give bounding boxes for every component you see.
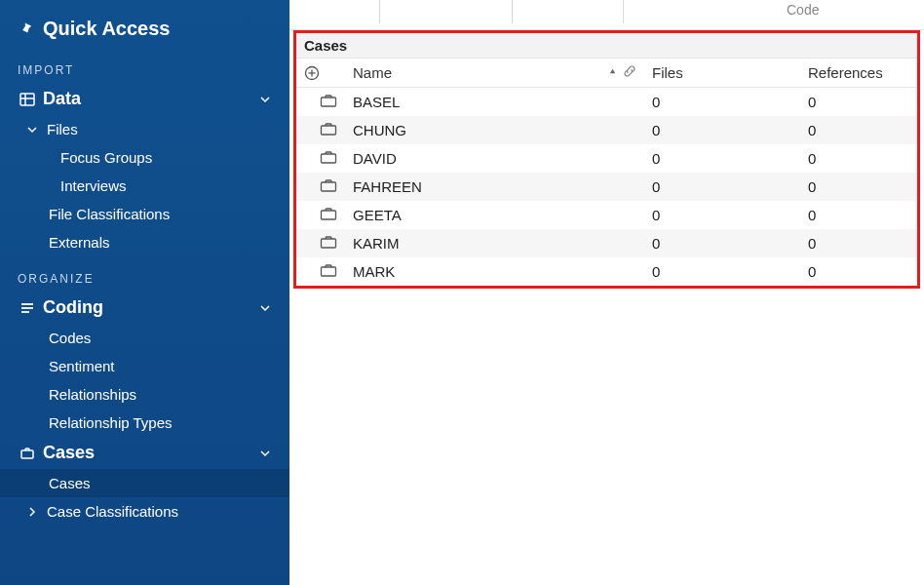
row-files: 0 — [644, 257, 800, 286]
svg-rect-12 — [322, 154, 336, 163]
sidebar-item-label: Focus Groups — [55, 149, 274, 166]
row-icon-cell — [296, 144, 345, 173]
svg-rect-6 — [21, 450, 33, 458]
row-name: BASEL — [345, 88, 644, 117]
row-name: FAHREEN — [345, 173, 644, 201]
sidebar-item-relationship-types[interactable]: Relationship Types — [0, 409, 289, 437]
briefcase-icon — [320, 207, 337, 220]
sidebar-item-cases-sub[interactable]: Cases — [0, 469, 289, 497]
svg-rect-0 — [20, 94, 34, 105]
cases-panel: Cases Name — [293, 30, 920, 289]
row-references: 0 — [800, 257, 917, 286]
sidebar-item-label: Interviews — [55, 177, 274, 194]
row-name: KARIM — [345, 229, 644, 257]
sidebar-item-data[interactable]: Data — [0, 83, 289, 115]
section-organize: ORGANIZE — [0, 256, 289, 292]
row-icon-cell — [296, 88, 345, 117]
sidebar-item-label: Externals — [43, 234, 274, 251]
row-references: 0 — [800, 229, 917, 257]
sidebar-item-interviews[interactable]: Interviews — [0, 172, 289, 200]
briefcase-icon — [320, 122, 337, 136]
row-files: 0 — [644, 116, 800, 144]
row-files: 0 — [644, 229, 800, 257]
table-row[interactable]: GEETA00 — [296, 201, 917, 229]
top-strip: Code — [289, 0, 924, 30]
table-row[interactable]: DAVID00 — [296, 144, 917, 173]
section-import: IMPORT — [0, 48, 289, 83]
row-name: CHUNG — [345, 116, 644, 144]
sidebar-item-label: Relationship Types — [43, 414, 274, 431]
sidebar-item-label: Sentiment — [43, 358, 274, 374]
row-files: 0 — [644, 144, 800, 173]
sidebar-item-coding[interactable]: Coding — [0, 292, 289, 324]
sidebar-item-file-classifications[interactable]: File Classifications — [0, 200, 289, 228]
pin-icon — [18, 21, 33, 37]
chevron-down-icon — [23, 125, 41, 135]
row-references: 0 — [800, 88, 917, 117]
briefcase-icon — [320, 150, 337, 164]
col-header-references[interactable]: References — [800, 58, 917, 88]
row-references: 0 — [800, 116, 917, 144]
sidebar-item-label: Files — [41, 121, 274, 137]
row-files: 0 — [644, 173, 800, 201]
svg-rect-11 — [322, 126, 336, 135]
briefcase-icon — [320, 263, 337, 277]
sidebar-item-label: File Classifications — [43, 206, 274, 222]
sidebar-item-cases[interactable]: Cases — [0, 437, 289, 469]
row-icon-cell — [296, 201, 345, 229]
briefcase-icon — [320, 178, 337, 192]
sidebar-item-sentiment[interactable]: Sentiment — [0, 352, 289, 380]
row-files: 0 — [644, 88, 800, 117]
row-icon-cell — [296, 257, 345, 286]
sidebar-item-label: Relationships — [43, 386, 274, 403]
chevron-down-icon — [256, 95, 274, 104]
table-row[interactable]: MARK00 — [296, 257, 917, 286]
sidebar-item-label: Data — [37, 89, 256, 109]
row-icon-cell — [296, 116, 345, 144]
row-icon-cell — [296, 229, 345, 257]
quick-access-header[interactable]: Quick Access — [0, 4, 289, 48]
row-references: 0 — [800, 201, 917, 229]
row-references: 0 — [800, 173, 917, 201]
sidebar-item-label: Codes — [43, 330, 274, 346]
sidebar-item-externals[interactable]: Externals — [0, 228, 289, 256]
sidebar-item-label: Cases — [43, 475, 274, 491]
col-header-files[interactable]: Files — [644, 58, 800, 88]
coding-icon — [18, 300, 37, 316]
svg-rect-13 — [322, 182, 336, 191]
chevron-down-icon — [256, 448, 274, 458]
svg-rect-14 — [322, 211, 336, 219]
svg-rect-16 — [322, 267, 336, 276]
row-name: GEETA — [345, 201, 644, 229]
sidebar: Quick Access IMPORT Data Files Focus Gro… — [0, 0, 289, 585]
table-row[interactable]: BASEL00 — [296, 88, 917, 117]
col-header-name[interactable]: Name — [345, 58, 644, 88]
table-row[interactable]: FAHREEN00 — [296, 173, 917, 201]
col-header-icon[interactable] — [296, 58, 345, 88]
briefcase-icon — [18, 446, 37, 461]
code-label: Code — [787, 2, 819, 18]
table-row[interactable]: CHUNG00 — [296, 116, 917, 144]
sidebar-item-relationships[interactable]: Relationships — [0, 380, 289, 409]
row-icon-cell — [296, 173, 345, 201]
svg-rect-10 — [322, 98, 336, 106]
briefcase-icon — [320, 235, 337, 249]
row-references: 0 — [800, 144, 917, 173]
chevron-right-icon — [23, 507, 41, 517]
col-label: References — [808, 64, 883, 81]
sidebar-item-label: Cases — [37, 443, 256, 463]
panel-title: Cases — [296, 33, 917, 58]
row-name: DAVID — [345, 144, 644, 173]
sidebar-item-files[interactable]: Files — [0, 115, 289, 143]
sidebar-item-codes[interactable]: Codes — [0, 324, 289, 352]
chevron-down-icon — [256, 303, 274, 313]
link-icon — [623, 64, 636, 78]
svg-rect-15 — [322, 239, 336, 248]
col-label: Name — [353, 64, 392, 81]
briefcase-icon — [320, 94, 337, 107]
table-row[interactable]: KARIM00 — [296, 229, 917, 257]
sidebar-item-focus-groups[interactable]: Focus Groups — [0, 143, 289, 172]
col-label: Files — [652, 64, 683, 81]
sidebar-item-case-classifications[interactable]: Case Classifications — [0, 497, 289, 526]
data-icon — [18, 92, 37, 107]
